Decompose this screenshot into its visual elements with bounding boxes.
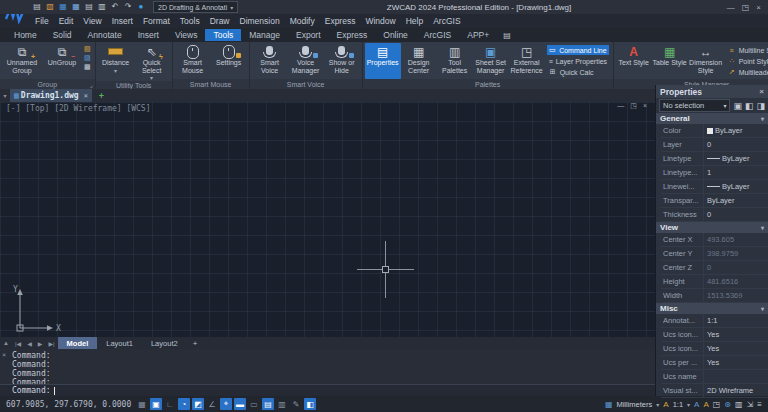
property-value[interactable]: 2D Wireframe (703, 384, 768, 397)
group-manager-icon[interactable]: ▩ (84, 63, 91, 71)
tab-close-icon[interactable]: × (84, 92, 88, 100)
tab-arcgis[interactable]: ArcGIS (416, 29, 459, 41)
selection-dropdown[interactable]: No selection ▾ (659, 99, 730, 112)
lineweight-toggle-icon[interactable]: ▬ (234, 398, 246, 410)
menu-view[interactable]: View (78, 16, 106, 26)
property-value[interactable]: 0 (703, 138, 768, 151)
property-row-ucs-name[interactable]: Ucs name (661, 370, 768, 384)
minimize-button[interactable]: — (727, 3, 735, 12)
drawing-tab[interactable]: ▦ Drawing1.dwg × (10, 89, 92, 102)
menu-draw[interactable]: Draw (205, 16, 235, 26)
new-tab-button[interactable]: + (99, 91, 104, 101)
clean-screen-icon[interactable]: ▥ (735, 400, 743, 409)
gear-icon[interactable]: ⊛ (724, 400, 731, 409)
new-file-icon[interactable]: ▤ (32, 2, 42, 12)
ortho-toggle-icon[interactable]: ∟ (164, 398, 176, 410)
annotation-scale-dropdown[interactable]: 1:1 (673, 400, 683, 409)
open-file-icon[interactable]: ▧ (45, 2, 55, 12)
customize-menu-icon[interactable]: ≡ (757, 400, 762, 409)
property-row-linetype[interactable]: Linetype ByLayer (661, 152, 768, 166)
show-or-hide-button[interactable]: Show or Hide (324, 43, 360, 79)
menu-insert[interactable]: Insert (107, 16, 138, 26)
properties-palette-button[interactable]: ▤ Properties (365, 43, 401, 79)
menu-file[interactable]: File (30, 16, 54, 26)
isolate-objects-icon[interactable]: ◳ (713, 400, 721, 409)
property-value[interactable]: ByLayer (703, 124, 768, 137)
plot-icon[interactable]: ▤ (84, 2, 94, 12)
smart-mouse-settings-button[interactable]: Settings (211, 43, 247, 79)
group-edit-icon[interactable]: ▧ (84, 45, 91, 53)
property-row-annotation-scale[interactable]: Annotat... 1:1 (661, 314, 768, 328)
online-icon[interactable]: ● (136, 2, 146, 12)
doc-restore-button[interactable]: ◳ (630, 102, 637, 110)
tab-list-icon[interactable]: ▾ (0, 92, 10, 99)
menu-arcgis[interactable]: ArcGIS (428, 16, 465, 26)
new-layout-button[interactable]: + (187, 339, 204, 348)
workspace-dropdown[interactable]: 2D Drafting & Annotati ▾ (153, 1, 238, 13)
save-icon[interactable]: ▦ (58, 2, 68, 12)
layer-properties-button[interactable]: ≡ Layer Properties (547, 56, 609, 66)
tab-layout1[interactable]: Layout1 (97, 337, 142, 349)
command-input[interactable]: Command: (0, 384, 655, 396)
tab-insert[interactable]: Insert (130, 29, 167, 41)
tool-palettes-button[interactable]: ▥ Tool Palettes (437, 43, 473, 79)
property-value[interactable]: ByLayer (703, 152, 768, 165)
close-button[interactable]: × (756, 3, 761, 12)
property-value[interactable]: 1 (703, 166, 768, 179)
menu-help[interactable]: Help (401, 16, 428, 26)
toggle-pickadd-icon[interactable]: ◨ (756, 101, 765, 111)
dyn-input-toggle-icon[interactable]: ⌖ (220, 398, 232, 410)
property-value[interactable]: 1:1 (703, 314, 768, 327)
transparency-toggle-icon[interactable]: ▭ (248, 398, 260, 410)
property-row-center-x[interactable]: Center X 493.605 (661, 233, 768, 247)
drawing-canvas[interactable]: [-] [Top] [2D Wireframe] [WCS] — ◳ × Y X (0, 102, 655, 337)
tab-export[interactable]: Export (288, 29, 329, 41)
menu-edit[interactable]: Edit (54, 16, 79, 26)
design-center-button[interactable]: ▦ Design Center (401, 43, 437, 79)
menu-format[interactable]: Format (138, 16, 175, 26)
table-style-button[interactable]: ▦ Table Style (652, 43, 688, 79)
tab-annotate[interactable]: Annotate (80, 29, 130, 41)
property-row-center-z[interactable]: Center Z 0 (661, 261, 768, 275)
property-row-transparency[interactable]: Transpar... ByLayer (661, 194, 768, 208)
dyn-ucs-toggle-icon[interactable]: ▥ (276, 398, 288, 410)
section-misc[interactable]: Misc ▾ (656, 303, 768, 314)
property-row-width[interactable]: Width 1513.5369 (661, 289, 768, 303)
property-row-linetype-scale[interactable]: Linetype... 1 (661, 166, 768, 180)
doc-minimize-button[interactable]: — (617, 102, 624, 110)
preview-icon[interactable]: ▥ (97, 2, 107, 12)
multileader-style-button[interactable]: ↗ Multileader Style (726, 67, 768, 77)
section-view[interactable]: View ▾ (656, 222, 768, 233)
tab-tools[interactable]: Tools (205, 29, 241, 41)
multiline-style-button[interactable]: ≡ Multiline Style (726, 45, 768, 55)
viewport-controls[interactable]: [-] [Top] [2D Wireframe] [WCS] (6, 104, 151, 113)
layout-prev-icon[interactable]: ◀ (24, 340, 35, 347)
property-row-ucs-icon-on[interactable]: Ucs icon... Yes (661, 328, 768, 342)
redo-icon[interactable]: ↷ (123, 2, 133, 12)
layout-last-icon[interactable]: ▶| (45, 340, 57, 347)
property-value[interactable]: ByLayer (703, 194, 768, 207)
property-value[interactable]: Yes (703, 342, 768, 355)
tab-views[interactable]: Views (167, 29, 206, 41)
select-objects-icon[interactable]: ◧ (745, 101, 754, 111)
property-row-thickness[interactable]: Thickness 0 (661, 208, 768, 222)
fullscreen-icon[interactable]: ⇲ (747, 400, 754, 409)
tab-online[interactable]: Online (375, 29, 416, 41)
quick-select-icon[interactable]: ▣ (733, 101, 742, 111)
smart-mouse-button[interactable]: Smart Mouse (175, 43, 211, 79)
layout-up-icon[interactable]: ▲ (0, 340, 12, 346)
menu-dimension[interactable]: Dimension (235, 16, 285, 26)
property-row-layer[interactable]: Layer 0 (661, 138, 768, 152)
esnap-toggle-icon[interactable]: ◩ (192, 398, 204, 410)
property-row-ucs-icon-origin[interactable]: Ucs icon... Yes (661, 342, 768, 356)
cycle-toggle-icon[interactable]: ▤ (262, 398, 274, 410)
annotation-visibility-icon[interactable]: A (694, 400, 699, 409)
property-row-lineweight[interactable]: Linewei... ByLayer (661, 180, 768, 194)
tab-express[interactable]: Express (329, 29, 376, 41)
etrack-toggle-icon[interactable]: ∠ (206, 398, 218, 410)
auto-annotation-icon[interactable]: A (703, 400, 708, 409)
save-as-icon[interactable]: ▦ (71, 2, 81, 12)
selection-filter-toggle-icon[interactable]: ◧ (304, 398, 316, 410)
sheet-set-manager-button[interactable]: ▣ Sheet Set Manager (473, 43, 509, 79)
tab-model[interactable]: Model (58, 337, 98, 349)
